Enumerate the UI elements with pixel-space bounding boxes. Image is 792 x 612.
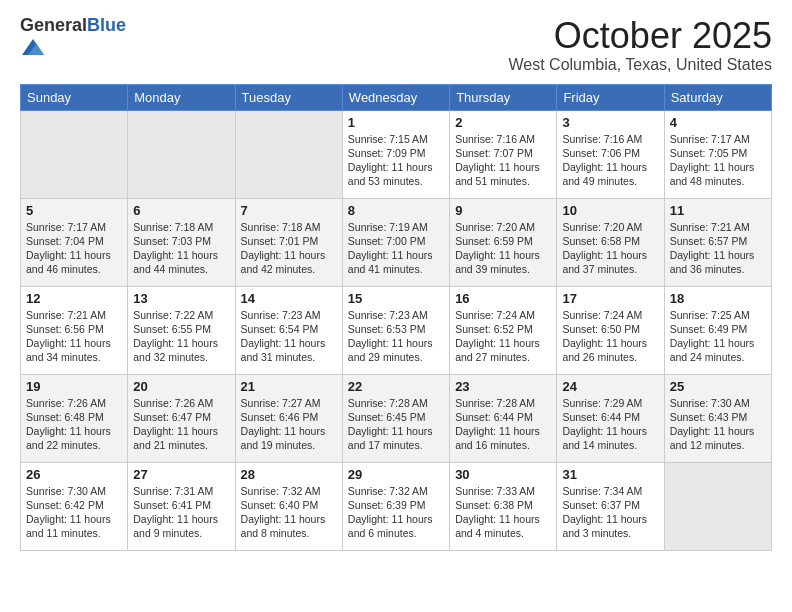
calendar-cell: [21, 110, 128, 198]
header-sunday: Sunday: [21, 84, 128, 110]
calendar-cell: 11Sunrise: 7:21 AM Sunset: 6:57 PM Dayli…: [664, 198, 771, 286]
day-number: 8: [348, 203, 444, 218]
day-number: 15: [348, 291, 444, 306]
calendar-cell: 17Sunrise: 7:24 AM Sunset: 6:50 PM Dayli…: [557, 286, 664, 374]
day-number: 22: [348, 379, 444, 394]
cell-info: Sunrise: 7:24 AM Sunset: 6:50 PM Dayligh…: [562, 308, 658, 365]
cell-info: Sunrise: 7:31 AM Sunset: 6:41 PM Dayligh…: [133, 484, 229, 541]
calendar-cell: 14Sunrise: 7:23 AM Sunset: 6:54 PM Dayli…: [235, 286, 342, 374]
day-number: 21: [241, 379, 337, 394]
calendar-cell: 27Sunrise: 7:31 AM Sunset: 6:41 PM Dayli…: [128, 462, 235, 550]
day-number: 20: [133, 379, 229, 394]
cell-info: Sunrise: 7:29 AM Sunset: 6:44 PM Dayligh…: [562, 396, 658, 453]
calendar-cell: 21Sunrise: 7:27 AM Sunset: 6:46 PM Dayli…: [235, 374, 342, 462]
calendar-cell: 1Sunrise: 7:15 AM Sunset: 7:09 PM Daylig…: [342, 110, 449, 198]
calendar-cell: 9Sunrise: 7:20 AM Sunset: 6:59 PM Daylig…: [450, 198, 557, 286]
day-number: 3: [562, 115, 658, 130]
calendar-week-2: 5Sunrise: 7:17 AM Sunset: 7:04 PM Daylig…: [21, 198, 772, 286]
logo-icon: [22, 36, 44, 58]
calendar-week-5: 26Sunrise: 7:30 AM Sunset: 6:42 PM Dayli…: [21, 462, 772, 550]
day-number: 17: [562, 291, 658, 306]
day-number: 6: [133, 203, 229, 218]
calendar-week-1: 1Sunrise: 7:15 AM Sunset: 7:09 PM Daylig…: [21, 110, 772, 198]
day-number: 27: [133, 467, 229, 482]
calendar-cell: 29Sunrise: 7:32 AM Sunset: 6:39 PM Dayli…: [342, 462, 449, 550]
cell-info: Sunrise: 7:18 AM Sunset: 7:03 PM Dayligh…: [133, 220, 229, 277]
cell-info: Sunrise: 7:30 AM Sunset: 6:42 PM Dayligh…: [26, 484, 122, 541]
day-number: 11: [670, 203, 766, 218]
calendar-cell: 19Sunrise: 7:26 AM Sunset: 6:48 PM Dayli…: [21, 374, 128, 462]
cell-info: Sunrise: 7:26 AM Sunset: 6:48 PM Dayligh…: [26, 396, 122, 453]
day-number: 7: [241, 203, 337, 218]
calendar-cell: 24Sunrise: 7:29 AM Sunset: 6:44 PM Dayli…: [557, 374, 664, 462]
calendar-table: SundayMondayTuesdayWednesdayThursdayFrid…: [20, 84, 772, 551]
day-number: 4: [670, 115, 766, 130]
cell-info: Sunrise: 7:21 AM Sunset: 6:57 PM Dayligh…: [670, 220, 766, 277]
day-number: 14: [241, 291, 337, 306]
day-number: 13: [133, 291, 229, 306]
cell-info: Sunrise: 7:16 AM Sunset: 7:06 PM Dayligh…: [562, 132, 658, 189]
calendar-cell: 12Sunrise: 7:21 AM Sunset: 6:56 PM Dayli…: [21, 286, 128, 374]
header-friday: Friday: [557, 84, 664, 110]
day-number: 28: [241, 467, 337, 482]
page-header: GeneralBlue October 2025 West Columbia, …: [20, 16, 772, 74]
calendar-cell: [128, 110, 235, 198]
calendar-header-row: SundayMondayTuesdayWednesdayThursdayFrid…: [21, 84, 772, 110]
title-block: October 2025 West Columbia, Texas, Unite…: [508, 16, 772, 74]
calendar-week-4: 19Sunrise: 7:26 AM Sunset: 6:48 PM Dayli…: [21, 374, 772, 462]
cell-info: Sunrise: 7:23 AM Sunset: 6:54 PM Dayligh…: [241, 308, 337, 365]
calendar-cell: 20Sunrise: 7:26 AM Sunset: 6:47 PM Dayli…: [128, 374, 235, 462]
calendar-cell: 31Sunrise: 7:34 AM Sunset: 6:37 PM Dayli…: [557, 462, 664, 550]
cell-info: Sunrise: 7:32 AM Sunset: 6:39 PM Dayligh…: [348, 484, 444, 541]
cell-info: Sunrise: 7:19 AM Sunset: 7:00 PM Dayligh…: [348, 220, 444, 277]
header-saturday: Saturday: [664, 84, 771, 110]
calendar-cell: 3Sunrise: 7:16 AM Sunset: 7:06 PM Daylig…: [557, 110, 664, 198]
day-number: 12: [26, 291, 122, 306]
calendar-cell: 22Sunrise: 7:28 AM Sunset: 6:45 PM Dayli…: [342, 374, 449, 462]
calendar-cell: 6Sunrise: 7:18 AM Sunset: 7:03 PM Daylig…: [128, 198, 235, 286]
calendar-cell: [664, 462, 771, 550]
calendar-cell: [235, 110, 342, 198]
day-number: 10: [562, 203, 658, 218]
day-number: 25: [670, 379, 766, 394]
cell-info: Sunrise: 7:28 AM Sunset: 6:44 PM Dayligh…: [455, 396, 551, 453]
calendar-cell: 16Sunrise: 7:24 AM Sunset: 6:52 PM Dayli…: [450, 286, 557, 374]
calendar-cell: 7Sunrise: 7:18 AM Sunset: 7:01 PM Daylig…: [235, 198, 342, 286]
cell-info: Sunrise: 7:17 AM Sunset: 7:04 PM Dayligh…: [26, 220, 122, 277]
cell-info: Sunrise: 7:34 AM Sunset: 6:37 PM Dayligh…: [562, 484, 658, 541]
day-number: 5: [26, 203, 122, 218]
cell-info: Sunrise: 7:21 AM Sunset: 6:56 PM Dayligh…: [26, 308, 122, 365]
cell-info: Sunrise: 7:18 AM Sunset: 7:01 PM Dayligh…: [241, 220, 337, 277]
calendar-cell: 4Sunrise: 7:17 AM Sunset: 7:05 PM Daylig…: [664, 110, 771, 198]
cell-info: Sunrise: 7:26 AM Sunset: 6:47 PM Dayligh…: [133, 396, 229, 453]
day-number: 19: [26, 379, 122, 394]
calendar-cell: 5Sunrise: 7:17 AM Sunset: 7:04 PM Daylig…: [21, 198, 128, 286]
header-monday: Monday: [128, 84, 235, 110]
month-title: October 2025: [508, 16, 772, 56]
logo-blue-text: Blue: [87, 15, 126, 35]
cell-info: Sunrise: 7:20 AM Sunset: 6:59 PM Dayligh…: [455, 220, 551, 277]
cell-info: Sunrise: 7:15 AM Sunset: 7:09 PM Dayligh…: [348, 132, 444, 189]
calendar-cell: 23Sunrise: 7:28 AM Sunset: 6:44 PM Dayli…: [450, 374, 557, 462]
calendar-cell: 30Sunrise: 7:33 AM Sunset: 6:38 PM Dayli…: [450, 462, 557, 550]
logo-general-text: General: [20, 15, 87, 35]
calendar-cell: 18Sunrise: 7:25 AM Sunset: 6:49 PM Dayli…: [664, 286, 771, 374]
calendar-cell: 25Sunrise: 7:30 AM Sunset: 6:43 PM Dayli…: [664, 374, 771, 462]
cell-info: Sunrise: 7:30 AM Sunset: 6:43 PM Dayligh…: [670, 396, 766, 453]
cell-info: Sunrise: 7:25 AM Sunset: 6:49 PM Dayligh…: [670, 308, 766, 365]
cell-info: Sunrise: 7:24 AM Sunset: 6:52 PM Dayligh…: [455, 308, 551, 365]
calendar-cell: 13Sunrise: 7:22 AM Sunset: 6:55 PM Dayli…: [128, 286, 235, 374]
cell-info: Sunrise: 7:32 AM Sunset: 6:40 PM Dayligh…: [241, 484, 337, 541]
day-number: 29: [348, 467, 444, 482]
day-number: 1: [348, 115, 444, 130]
calendar-cell: 28Sunrise: 7:32 AM Sunset: 6:40 PM Dayli…: [235, 462, 342, 550]
day-number: 18: [670, 291, 766, 306]
header-wednesday: Wednesday: [342, 84, 449, 110]
day-number: 2: [455, 115, 551, 130]
cell-info: Sunrise: 7:28 AM Sunset: 6:45 PM Dayligh…: [348, 396, 444, 453]
cell-info: Sunrise: 7:27 AM Sunset: 6:46 PM Dayligh…: [241, 396, 337, 453]
day-number: 16: [455, 291, 551, 306]
day-number: 24: [562, 379, 658, 394]
day-number: 23: [455, 379, 551, 394]
day-number: 26: [26, 467, 122, 482]
